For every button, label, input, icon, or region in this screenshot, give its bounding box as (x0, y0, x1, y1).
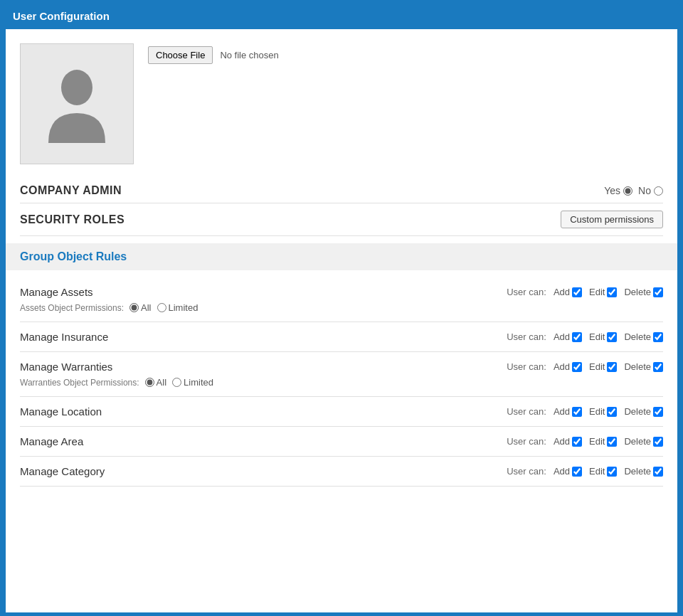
no-label-text: No (638, 185, 651, 196)
delete-label: Delete (624, 331, 651, 342)
edit-label: Edit (589, 436, 605, 447)
all-radio-label[interactable]: All (145, 377, 166, 388)
rule-main-row: Manage LocationUser can:AddEditDelete (20, 405, 663, 418)
delete-checkbox-label[interactable]: Delete (624, 287, 663, 297)
rule-main-row: Manage AssetsUser can:AddEditDelete (20, 286, 663, 298)
no-radio[interactable] (654, 186, 663, 196)
all-label: All (141, 302, 151, 313)
delete-checkbox[interactable] (653, 332, 663, 342)
delete-checkbox[interactable] (653, 467, 663, 477)
limited-label: Limited (169, 302, 198, 313)
edit-checkbox-label[interactable]: Edit (589, 287, 617, 297)
add-checkbox-label[interactable]: Add (554, 287, 582, 297)
rule-name: Manage Warranties (20, 361, 112, 373)
delete-checkbox[interactable] (653, 437, 663, 447)
add-checkbox-label[interactable]: Add (554, 436, 582, 447)
limited-radio-label[interactable]: Limited (172, 377, 213, 388)
add-checkbox-label[interactable]: Add (554, 361, 582, 372)
rule-name: Manage Location (20, 405, 102, 418)
add-label: Add (554, 361, 570, 372)
add-checkbox[interactable] (572, 332, 582, 342)
permissions-row: Assets Object Permissions:AllLimited (20, 302, 663, 313)
rule-item: Manage WarrantiesUser can:AddEditDeleteW… (20, 352, 663, 397)
edit-checkbox-label[interactable]: Edit (589, 406, 617, 417)
edit-checkbox-label[interactable]: Edit (589, 361, 617, 372)
delete-checkbox[interactable] (653, 407, 663, 417)
add-checkbox-label[interactable]: Add (554, 466, 582, 477)
edit-checkbox[interactable] (607, 287, 617, 297)
add-checkbox[interactable] (572, 437, 582, 447)
rule-item: Manage AreaUser can:AddEditDelete (20, 427, 663, 457)
yes-label-text: Yes (604, 185, 620, 196)
rule-controls: User can:AddEditDelete (507, 361, 663, 372)
rule-item: Manage LocationUser can:AddEditDelete (20, 397, 663, 427)
limited-radio-label[interactable]: Limited (157, 302, 198, 313)
rule-main-row: Manage WarrantiesUser can:AddEditDelete (20, 361, 663, 373)
all-label: All (157, 377, 166, 388)
add-checkbox[interactable] (572, 467, 582, 477)
edit-checkbox-label[interactable]: Edit (589, 466, 617, 477)
rule-controls: User can:AddEditDelete (507, 406, 663, 417)
no-radio-label[interactable]: No (638, 185, 663, 196)
delete-checkbox-label[interactable]: Delete (624, 466, 663, 477)
limited-radio[interactable] (157, 303, 166, 312)
yes-radio-label[interactable]: Yes (604, 185, 632, 196)
add-checkbox[interactable] (572, 407, 582, 417)
limited-label: Limited (184, 377, 213, 388)
add-label: Add (554, 406, 570, 417)
delete-checkbox-label[interactable]: Delete (624, 436, 663, 447)
rule-item: Manage CategoryUser can:AddEditDelete (20, 457, 663, 487)
svg-point-0 (61, 70, 92, 105)
custom-permissions-button[interactable]: Custom permissions (561, 211, 663, 228)
delete-checkbox-label[interactable]: Delete (624, 361, 663, 372)
security-roles-row: SECURITY ROLES Custom permissions (20, 203, 663, 236)
edit-label: Edit (589, 361, 605, 372)
yes-radio[interactable] (623, 186, 632, 196)
edit-checkbox-label[interactable]: Edit (589, 436, 617, 447)
avatar-box (20, 43, 134, 164)
window-title: User Configuration (13, 10, 110, 22)
edit-checkbox[interactable] (607, 407, 617, 417)
delete-checkbox-label[interactable]: Delete (624, 331, 663, 342)
rule-main-row: Manage AreaUser can:AddEditDelete (20, 435, 663, 447)
add-checkbox-label[interactable]: Add (554, 406, 582, 417)
add-label: Add (554, 436, 570, 447)
add-checkbox[interactable] (572, 362, 582, 372)
delete-label: Delete (624, 436, 651, 447)
company-admin-row: COMPANY ADMIN Yes No (20, 179, 663, 203)
delete-label: Delete (624, 406, 651, 417)
delete-label: Delete (624, 466, 651, 477)
avatar-section: Choose File No file chosen (20, 43, 663, 164)
rule-controls: User can:AddEditDelete (507, 466, 663, 477)
all-radio-label[interactable]: All (129, 302, 151, 313)
all-radio[interactable] (145, 378, 154, 387)
group-rules-header: Group Object Rules (6, 243, 677, 270)
limited-radio[interactable] (172, 378, 181, 387)
rule-name: Manage Insurance (20, 331, 108, 343)
delete-checkbox-label[interactable]: Delete (624, 406, 663, 417)
choose-file-button[interactable]: Choose File (148, 46, 213, 64)
group-rules-title: Group Object Rules (20, 250, 127, 262)
rule-item: Manage InsuranceUser can:AddEditDelete (20, 322, 663, 352)
user-can-label: User can: (507, 287, 546, 297)
edit-label: Edit (589, 406, 605, 417)
add-checkbox[interactable] (572, 287, 582, 297)
edit-checkbox[interactable] (607, 332, 617, 342)
avatar-icon (45, 65, 109, 143)
all-radio[interactable] (129, 303, 139, 312)
delete-checkbox[interactable] (653, 362, 663, 372)
rules-container: Manage AssetsUser can:AddEditDeleteAsset… (20, 277, 663, 487)
main-content: Choose File No file chosen COMPANY ADMIN… (6, 29, 677, 612)
delete-checkbox[interactable] (653, 287, 663, 297)
delete-label: Delete (624, 287, 651, 297)
edit-checkbox[interactable] (607, 437, 617, 447)
add-checkbox-label[interactable]: Add (554, 331, 582, 342)
edit-checkbox-label[interactable]: Edit (589, 331, 617, 342)
company-admin-radio-group: Yes No (604, 185, 663, 196)
user-can-label: User can: (507, 361, 546, 372)
rule-controls: User can:AddEditDelete (507, 436, 663, 447)
add-label: Add (554, 331, 570, 342)
edit-checkbox[interactable] (607, 467, 617, 477)
edit-checkbox[interactable] (607, 362, 617, 372)
rule-item: Manage AssetsUser can:AddEditDeleteAsset… (20, 277, 663, 322)
